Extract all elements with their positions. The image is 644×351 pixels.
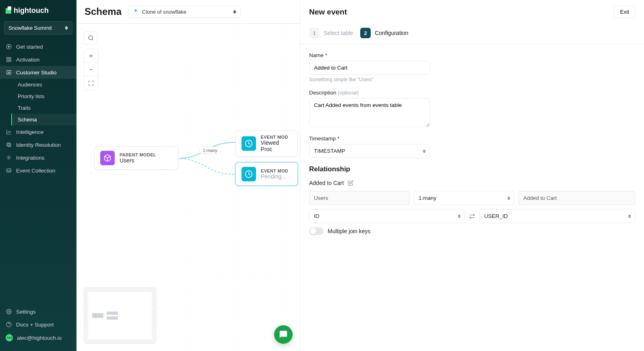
step-select-table[interactable]: 1 Select table [309,28,353,38]
name-hint: Something simple like "Users" [309,77,635,82]
play-icon [6,43,12,50]
node-event-pending[interactable]: EVENT MOD Pending... [235,162,298,186]
hightouch-logo-icon [6,8,11,14]
cube-icon [100,151,115,165]
clock-icon [242,136,256,151]
description-input[interactable]: Cart Added events from events table [309,98,430,127]
nav-schema[interactable]: Schema [11,114,76,125]
nav-identity-resolution[interactable]: Identity Resolution [0,138,76,151]
nav-customer-studio-sub: Audiences Priority lists Traits Schema [0,79,76,125]
toggle-label: Multiple join keys [328,228,371,234]
nav-label: Event Collection [16,168,56,174]
nav-intelligence[interactable]: Intelligence [0,125,76,138]
source-selector[interactable]: Clone of snowflake [128,6,241,18]
minimap[interactable] [84,287,156,344]
nav-label: Activation [16,57,40,63]
zoom-out-button[interactable] [84,63,98,76]
settings-icon [6,308,12,315]
avatar: AH [6,334,13,341]
sidebar: hightouch Snowflake Summit Get started A… [0,0,76,351]
step-number: 2 [360,28,371,38]
workspace-selector[interactable]: Snowflake Summit [4,21,72,35]
timestamp-select[interactable]: TIMESTAMP [309,144,430,158]
edge-label: 1:many [199,147,221,154]
multi-join-toggle: Multiple join keys [309,227,635,235]
step-number: 1 [309,28,320,38]
field-description: Description (optional) Cart Added events… [309,90,635,128]
svg-rect-8 [7,143,10,146]
node-event-viewed[interactable]: EVENT MOD Viewed Proc [235,130,298,157]
nav-label: Customer Studio [16,70,57,76]
nav-settings[interactable]: Settings [0,305,76,318]
step-label: Configuration [375,30,408,36]
nav-label: Docs + Support [16,322,54,328]
nav-label: Intelligence [16,129,43,135]
nav-traits[interactable]: Traits [11,102,76,114]
toggle-switch[interactable] [309,227,324,235]
page-title: Schema [85,6,122,17]
step-configuration[interactable]: 2 Configuration [360,28,408,38]
node-kicker: EVENT MOD [261,135,292,140]
name-label: Name * [309,52,635,58]
desc-label: Description (optional) [309,90,635,96]
svg-rect-9 [8,144,11,147]
name-input[interactable] [309,61,430,75]
schema-canvas[interactable]: 1:many PARENT MODEL Users EVENT MOD View… [76,24,300,351]
zoom-in-button[interactable] [84,49,98,63]
nav-customer-studio[interactable]: Customer Studio [0,66,76,79]
nav-label: Integrations [16,155,45,161]
nav-label: Get started [16,44,43,50]
svg-rect-2 [7,57,8,59]
swap-icon [469,213,475,220]
main-nav: Get started Activation Customer Studio A… [0,40,76,304]
panel-body: Name * Something simple like "Users" Des… [300,44,644,351]
nav-integrations[interactable]: Integrations [0,151,76,164]
relationship-heading: Relationship [309,165,635,173]
step-label: Select table [324,30,353,36]
node-title: Users [120,157,156,164]
chat-fab[interactable] [274,325,293,344]
panel-header: New event Exit [300,0,644,24]
search-button[interactable] [84,31,97,45]
nav-activation[interactable]: Activation [0,53,76,66]
main: Schema Clone of snowflake [76,0,300,351]
rel-from: Users [309,191,410,205]
node-kicker: EVENT MOD [261,168,288,173]
svg-point-12 [8,311,10,312]
nav-label: Audiences [18,82,42,88]
nav-user-account[interactable]: AH alec@hightouch.io [0,331,76,345]
field-timestamp: Timestamp * TIMESTAMP [309,135,635,158]
nav-get-started[interactable]: Get started [0,40,76,53]
nav-label: Identity Resolution [16,142,61,148]
nav-audiences[interactable]: Audiences [11,79,76,90]
zoom-group [84,49,98,90]
to-key-select[interactable]: USER_ID [479,209,635,223]
relationship-name: Added to Cart [309,180,344,186]
node-title: Viewed Proc [261,140,292,152]
nav-docs-support[interactable]: Docs + Support [0,318,76,331]
brand-logo: hightouch [0,5,76,21]
nav-event-collection[interactable]: Event Collection [0,164,76,177]
nav-priority-lists[interactable]: Priority lists [11,90,76,102]
svg-marker-1 [8,46,10,48]
field-name: Name * Something simple like "Users" [309,52,635,82]
fit-button[interactable] [84,76,98,90]
cardinality-select[interactable]: 1:many [414,191,514,205]
chart-icon [6,129,12,135]
timestamp-label: Timestamp * [309,135,635,142]
svg-rect-5 [7,60,8,62]
svg-point-7 [8,72,9,72]
topbar: Schema Clone of snowflake [76,0,300,24]
nav-label: Schema [18,117,37,123]
from-key-select[interactable]: ID [309,209,465,223]
edit-icon[interactable] [348,180,353,186]
node-title: Pending... [261,173,288,180]
node-parent-users[interactable]: PARENT MODEL Users [94,146,179,170]
nav-label: Traits [18,105,31,111]
exit-button[interactable]: Exit [614,6,635,18]
sidebar-footer: Settings Docs + Support AH alec@hightouc… [0,304,76,346]
chevron-sort-icon [233,10,236,14]
layers-icon [6,142,12,148]
gear-icon [6,154,12,161]
new-event-panel: New event Exit 1 Select table 2 Configur… [300,0,644,351]
